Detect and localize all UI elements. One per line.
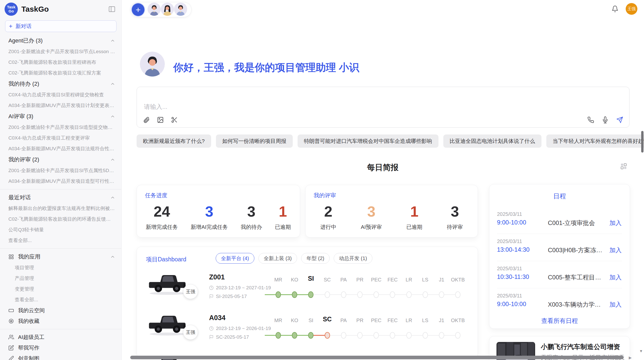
- badge-icon: [8, 318, 14, 324]
- milestone-dot[interactable]: [292, 291, 297, 298]
- horizontal-scrollbar[interactable]: [130, 356, 624, 359]
- suggestion-chip[interactable]: 比亚迪全固态电池计划具体说了什么: [443, 134, 541, 148]
- scroll-right-arrow-icon[interactable]: ▶: [629, 355, 632, 360]
- dashboard-filter-chip[interactable]: 动总开发 (1): [334, 253, 372, 264]
- sidebar-task-item[interactable]: A034-全新新能源MUV产品开发项目计划变更表编写: [0, 100, 121, 111]
- milestone-dot[interactable]: [308, 332, 314, 339]
- main-area: + 王强 你好，王强，我是你的项目管理助理 小识 请输入... 欧洲新规最近颁布…: [122, 0, 644, 360]
- sidebar-recent-item[interactable]: C02-飞腾新能源轻客改款项目的闭环通告反馈情况: [0, 214, 121, 224]
- sidebar-task-item[interactable]: A034-全新新能源MUV产品开发项目法规符合性评审: [0, 143, 121, 154]
- sidebar-collapse-icon[interactable]: [108, 5, 116, 13]
- join-button[interactable]: 加入: [609, 301, 622, 309]
- suggestion-chip[interactable]: 欧洲新规最近颁布了什么?: [137, 134, 211, 148]
- join-button[interactable]: 加入: [609, 219, 622, 227]
- milestone-dot[interactable]: [325, 332, 330, 339]
- milestone-dot[interactable]: [422, 332, 428, 339]
- add-agent-button[interactable]: +: [132, 3, 144, 16]
- paperclip-icon[interactable]: [143, 116, 150, 123]
- phone-icon[interactable]: [587, 116, 594, 123]
- sidebar-task-item[interactable]: C0X4-动力总成开发项目SI里程碑提交物检查: [0, 89, 121, 100]
- milestone-dot[interactable]: [455, 332, 461, 339]
- mic-icon[interactable]: [602, 116, 609, 123]
- sidebar-section-header[interactable]: AI评审 (3): [0, 111, 121, 122]
- sidebar-app-item[interactable]: 产品管理: [0, 273, 121, 284]
- chat-input[interactable]: 请输入...: [137, 87, 630, 128]
- scissors-icon[interactable]: [171, 116, 178, 123]
- vertical-scrollbar[interactable]: [641, 131, 643, 153]
- sidebar-section-header[interactable]: Agent已办 (3): [0, 35, 121, 46]
- milestone-dot[interactable]: [406, 291, 412, 298]
- agent-avatars: [148, 3, 187, 17]
- dashboard-filter-chip[interactable]: 年型 (2): [301, 253, 330, 264]
- chevron-up-icon: [110, 195, 115, 200]
- milestone-dot[interactable]: [341, 291, 346, 298]
- join-button[interactable]: 加入: [609, 273, 622, 281]
- avatar-male-blue[interactable]: [148, 3, 161, 16]
- bell-icon[interactable]: [611, 5, 619, 12]
- milestone-dot[interactable]: [406, 332, 412, 339]
- avatar-female-yellow[interactable]: [161, 3, 174, 16]
- sidebar-recent-item[interactable]: 查看全部...: [0, 235, 121, 246]
- scroll-down-arrow-icon[interactable]: ▼: [639, 349, 643, 353]
- sidebar-recent-item[interactable]: 解释最新出台的欧盟报废车法规再生塑料比例被调至15%...: [0, 203, 121, 214]
- join-button[interactable]: 加入: [609, 246, 622, 254]
- stat: 1已逾期: [406, 203, 422, 231]
- sidebar-app-item[interactable]: 查看全部...: [0, 294, 121, 305]
- assistant-avatar: [140, 52, 165, 77]
- sidebar-task-item[interactable]: C02-飞腾新能源轻客改款项目里程碑画布: [0, 57, 121, 68]
- milestone-dot[interactable]: [390, 332, 395, 339]
- briefing-layout-grid-icon[interactable]: [620, 163, 627, 170]
- sidebar-task-item[interactable]: Z001-全新燃油轻卡产品开发项目SI节点属性5D文件评审: [0, 165, 121, 176]
- stat-value: 24: [146, 203, 178, 220]
- sidebar-item-badge[interactable]: 我的收藏: [0, 316, 121, 326]
- sidebar-section-header[interactable]: 我的评审 (2): [0, 154, 121, 165]
- milestone-dot[interactable]: [276, 332, 281, 339]
- milestone-dot[interactable]: [390, 291, 395, 298]
- sidebar-section-header[interactable]: 我的待办 (2): [0, 78, 121, 89]
- sidebar-recent-item[interactable]: 公司Q3轻卡销量: [0, 224, 121, 235]
- new-chat-button[interactable]: + 新对话: [5, 20, 116, 32]
- sidebar-task-item[interactable]: Z001-全新燃油皮卡产品开发项目SI节点Lesson Learn报告: [0, 46, 121, 57]
- suggestion-chip[interactable]: 特朗普可能对进口汽车增税会对中国车企造成哪些影响: [298, 134, 438, 148]
- milestone-dot[interactable]: [292, 332, 297, 339]
- sidebar-app-item[interactable]: 变更管理: [0, 284, 121, 294]
- dashboard-filter-chip[interactable]: 全新平台 (4): [216, 253, 254, 264]
- milestone-dot[interactable]: [325, 291, 330, 298]
- sidebar-tool-item[interactable]: AI超级员工: [0, 332, 121, 342]
- sidebar-item-cloud[interactable]: 我的云空间: [0, 305, 121, 316]
- milestone-label: LS: [422, 277, 428, 283]
- milestone-dot[interactable]: [374, 332, 379, 339]
- suggestion-chip[interactable]: 当下年轻人对汽车外观有怎样的喜好趋势: [546, 134, 644, 148]
- view-all-schedule-link[interactable]: 查看所有日程: [489, 317, 630, 325]
- sidebar-recent-header[interactable]: 最近对话: [0, 192, 121, 203]
- send-icon[interactable]: [616, 116, 623, 123]
- milestone-dot[interactable]: [374, 291, 379, 298]
- stat-label: 新增AI完成任务: [191, 223, 228, 231]
- sidebar-item-label: AI超级员工: [18, 334, 45, 341]
- sidebar-task-item[interactable]: Z001-全新燃油轻卡产品开发项目SI造型提交物评审: [0, 122, 121, 133]
- image-icon[interactable]: [157, 116, 164, 123]
- pen-icon: [8, 356, 14, 360]
- dashboard-filter-chip[interactable]: 全新上装 (3): [258, 253, 297, 264]
- milestone-dot[interactable]: [455, 291, 461, 298]
- avatar-male-navy[interactable]: [174, 3, 187, 16]
- milestone-dot[interactable]: [439, 332, 444, 339]
- milestone-dot[interactable]: [439, 291, 444, 298]
- milestone-dot[interactable]: [341, 332, 346, 339]
- suggestion-chip[interactable]: 如何写一份清晰的项目周报: [216, 134, 293, 148]
- sidebar-task-item[interactable]: C02-飞腾新能源轻客改款项目立项汇报方案: [0, 68, 121, 78]
- sidebar-task-item[interactable]: C0X4-动力总成开发项目工程变更评审: [0, 133, 121, 143]
- milestone-dot[interactable]: [357, 332, 363, 339]
- sidebar-tool-item[interactable]: 帮我写作: [0, 342, 121, 353]
- user-avatar[interactable]: 王强: [626, 3, 637, 15]
- sidebar-apps-header[interactable]: 我的应用: [0, 251, 121, 262]
- sidebar-app-item[interactable]: 项目管理: [0, 262, 121, 273]
- dashboard-filters: 全新平台 (4)全新上装 (3)年型 (2)动总开发 (1): [216, 253, 372, 264]
- section-label: 我的评审 (2): [8, 156, 39, 163]
- milestone-dot[interactable]: [422, 291, 428, 298]
- milestone-dot[interactable]: [308, 291, 314, 298]
- milestone-dot[interactable]: [357, 291, 363, 298]
- sidebar-tool-item[interactable]: 创意制图: [0, 353, 121, 360]
- milestone-dot[interactable]: [276, 291, 281, 298]
- sidebar-task-item[interactable]: A034-全新新能源MUV产品开发项目造型可行性评审: [0, 176, 121, 187]
